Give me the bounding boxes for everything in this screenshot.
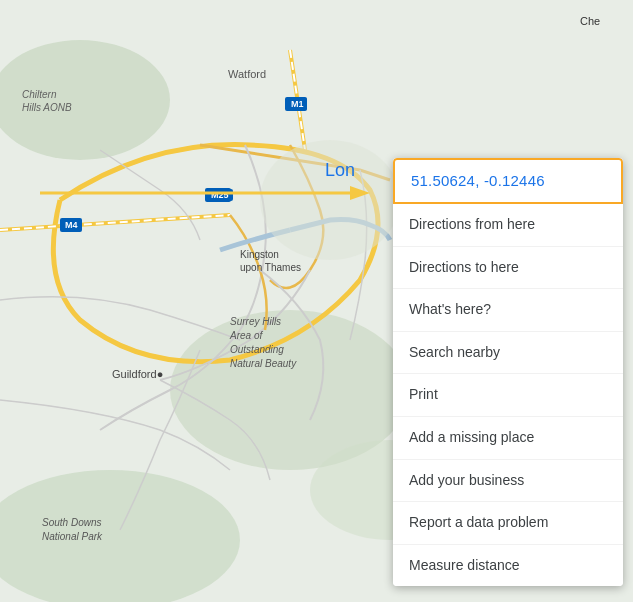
- menu-item-add-missing-place[interactable]: Add a missing place: [393, 417, 623, 460]
- menu-item-directions-from[interactable]: Directions from here: [393, 204, 623, 247]
- menu-item-whats-here[interactable]: What's here?: [393, 289, 623, 332]
- menu-item-measure-distance[interactable]: Measure distance: [393, 545, 623, 587]
- menu-item-directions-to[interactable]: Directions to here: [393, 247, 623, 290]
- context-menu: 51.50624, -0.12446 Directions from here …: [393, 158, 623, 586]
- highway-m1: M1: [288, 98, 307, 110]
- coordinates-display: 51.50624, -0.12446: [411, 172, 545, 189]
- menu-item-print[interactable]: Print: [393, 374, 623, 417]
- coords-row[interactable]: 51.50624, -0.12446: [393, 158, 623, 204]
- menu-item-report-problem[interactable]: Report a data problem: [393, 502, 623, 545]
- menu-item-add-business[interactable]: Add your business: [393, 460, 623, 503]
- menu-item-search-nearby[interactable]: Search nearby: [393, 332, 623, 375]
- highway-m4: M4: [62, 219, 81, 231]
- highway-m25: M25: [207, 189, 233, 201]
- map-container: Che Watford ChilternHills AONB M1 M25 M4…: [0, 0, 633, 602]
- svg-point-5: [260, 140, 400, 260]
